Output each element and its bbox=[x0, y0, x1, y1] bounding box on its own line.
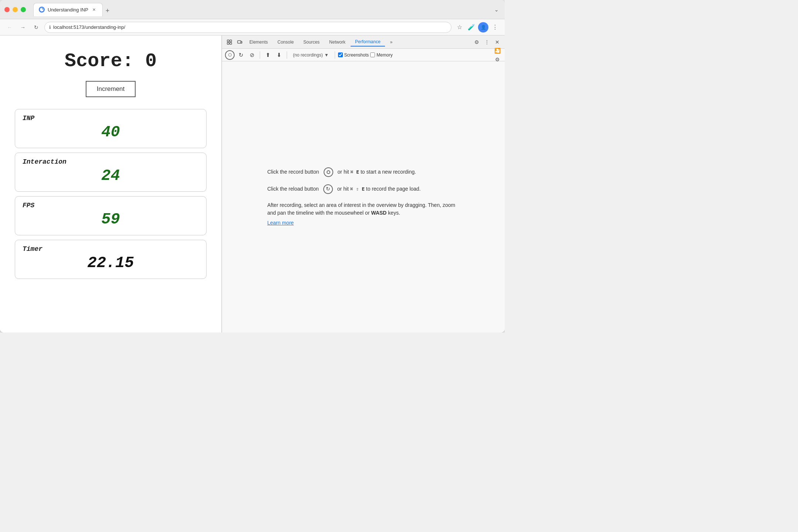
devtools-settings-icon[interactable]: ⚙ bbox=[472, 38, 481, 47]
devtools-toolbar: ↻ ⊘ ⬆ ⬇ (no recordings) ▼ Screenshots Me… bbox=[222, 49, 505, 61]
dropdown-arrow: ▼ bbox=[324, 52, 329, 58]
timer-label: Timer bbox=[23, 245, 199, 253]
svg-rect-3 bbox=[227, 42, 229, 44]
devtools-instructions: Click the record button or hit ⌘ E to st… bbox=[267, 167, 460, 227]
toolbar-icons: ☆ 🧪 👤 ⋮ bbox=[454, 22, 500, 33]
svg-rect-4 bbox=[230, 42, 232, 44]
record-icon bbox=[225, 50, 235, 60]
timer-value: 22.15 bbox=[23, 254, 199, 272]
forward-button[interactable]: → bbox=[18, 22, 28, 33]
recordings-label: (no recordings) bbox=[293, 52, 323, 58]
devtools-cursor-icon[interactable] bbox=[225, 38, 234, 47]
title-bar: Understanding INP ✕ + ⌄ bbox=[0, 0, 505, 19]
minimize-traffic-light[interactable] bbox=[13, 7, 18, 12]
devtools-content: Click the record button or hit ⌘ E to st… bbox=[222, 61, 505, 332]
back-button[interactable]: ← bbox=[4, 22, 15, 33]
interaction-value: 24 bbox=[23, 167, 199, 185]
fps-value: 59 bbox=[23, 211, 199, 228]
screenshots-checkbox-label[interactable]: Screenshots bbox=[338, 52, 369, 58]
tab-close-button[interactable]: ✕ bbox=[91, 7, 97, 13]
memory-label: Memory bbox=[376, 52, 392, 58]
tab-favicon bbox=[39, 7, 45, 13]
extension-button[interactable]: 🧪 bbox=[466, 22, 477, 33]
devtools-capture-icon[interactable]: 🎦 bbox=[493, 46, 502, 55]
reload-instruction-icon: ↻ bbox=[323, 184, 333, 194]
reload-instruction-text-prefix: Click the reload button bbox=[267, 185, 319, 193]
record-kbd: ⌘ E bbox=[351, 169, 359, 175]
content-area: Score: 0 Increment INP 40 Interaction 24… bbox=[0, 35, 505, 332]
url-text: localhost:5173/understanding-inp/ bbox=[53, 24, 125, 30]
active-tab[interactable]: Understanding INP ✕ bbox=[33, 3, 103, 16]
tab-console[interactable]: Console bbox=[273, 38, 298, 46]
screenshots-label: Screenshots bbox=[344, 52, 369, 58]
record-instruction-shortcut: or hit ⌘ E to start a new recording. bbox=[338, 168, 416, 176]
url-bar[interactable]: ℹ localhost:5173/understanding-inp/ bbox=[44, 22, 451, 33]
svg-rect-2 bbox=[230, 40, 232, 42]
bookmark-button[interactable]: ☆ bbox=[454, 22, 465, 33]
devtools-close-icon[interactable]: ✕ bbox=[493, 38, 502, 47]
devtools-options-icon[interactable]: ⋮ bbox=[482, 38, 491, 47]
webpage: Score: 0 Increment INP 40 Interaction 24… bbox=[0, 35, 222, 332]
record-instruction-text-prefix: Click the record button bbox=[267, 168, 319, 176]
tab-performance[interactable]: Performance bbox=[351, 38, 385, 47]
secure-icon: ℹ bbox=[49, 25, 51, 30]
reload-instruction-row: Click the reload button ↻ or hit ⌘ ⇧ E t… bbox=[267, 184, 460, 194]
reload-button[interactable]: ↻ bbox=[31, 22, 41, 33]
reload-kbd: ⌘ ⇧ E bbox=[350, 186, 365, 192]
address-bar: ← → ↻ ℹ localhost:5173/understanding-inp… bbox=[0, 19, 505, 35]
svg-rect-1 bbox=[227, 40, 229, 42]
browser-window: Understanding INP ✕ + ⌄ ← → ↻ ℹ localhos… bbox=[0, 0, 505, 332]
clear-button[interactable]: ⊘ bbox=[247, 50, 257, 60]
recordings-dropdown[interactable]: (no recordings) ▼ bbox=[290, 52, 332, 58]
reload-record-button[interactable]: ↻ bbox=[236, 50, 246, 60]
memory-checkbox-label[interactable]: Memory bbox=[370, 52, 392, 58]
tab-title: Understanding INP bbox=[48, 7, 88, 13]
tab-network[interactable]: Network bbox=[325, 38, 350, 46]
devtools-panel: Elements Console Sources Network Perform… bbox=[222, 35, 505, 332]
devtools-responsive-icon[interactable] bbox=[235, 38, 244, 47]
profile-button[interactable]: 👤 bbox=[478, 22, 488, 33]
record-instruction-row: Click the record button or hit ⌘ E to st… bbox=[267, 167, 460, 177]
traffic-lights bbox=[4, 7, 26, 12]
toolbar-separator-2 bbox=[287, 51, 287, 59]
svg-rect-6 bbox=[241, 41, 242, 43]
inp-value: 40 bbox=[23, 123, 199, 141]
record-instruction-icon bbox=[324, 167, 333, 177]
download-button[interactable]: ⬇ bbox=[274, 50, 284, 60]
upload-button[interactable]: ⬆ bbox=[263, 50, 273, 60]
score-display: Score: 0 bbox=[65, 50, 157, 72]
fps-label: FPS bbox=[23, 202, 199, 209]
inp-label: INP bbox=[23, 115, 199, 122]
new-tab-button[interactable]: + bbox=[103, 6, 113, 16]
reload-instruction-shortcut: or hit ⌘ ⇧ E to record the page load. bbox=[337, 185, 421, 193]
svg-rect-5 bbox=[238, 41, 241, 43]
record-inner-circle bbox=[327, 170, 330, 174]
interaction-label: Interaction bbox=[23, 158, 199, 166]
close-traffic-light[interactable] bbox=[4, 7, 10, 12]
tab-overflow-button[interactable]: ⌄ bbox=[493, 6, 500, 13]
tab-sources[interactable]: Sources bbox=[299, 38, 324, 46]
screenshots-checkbox[interactable] bbox=[338, 52, 343, 57]
increment-button[interactable]: Increment bbox=[86, 81, 136, 97]
devtools-tab-bar: Elements Console Sources Network Perform… bbox=[222, 35, 505, 49]
memory-checkbox[interactable] bbox=[370, 52, 375, 57]
inp-card: INP 40 bbox=[15, 109, 207, 148]
interaction-card: Interaction 24 bbox=[15, 153, 207, 192]
toolbar-separator-1 bbox=[260, 51, 260, 59]
tab-more[interactable]: » bbox=[386, 38, 397, 46]
recording-tip: After recording, select an area of inter… bbox=[267, 201, 460, 227]
toolbar-separator-3 bbox=[335, 51, 335, 59]
timer-card: Timer 22.15 bbox=[15, 240, 207, 279]
fps-card: FPS 59 bbox=[15, 196, 207, 235]
learn-more-link[interactable]: Learn more bbox=[267, 220, 294, 226]
maximize-traffic-light[interactable] bbox=[21, 7, 26, 12]
record-button[interactable] bbox=[225, 50, 235, 60]
menu-button[interactable]: ⋮ bbox=[490, 22, 500, 33]
tab-elements[interactable]: Elements bbox=[245, 38, 272, 46]
tab-bar: Understanding INP ✕ + bbox=[33, 3, 490, 16]
devtools-tab-icons bbox=[225, 38, 244, 47]
